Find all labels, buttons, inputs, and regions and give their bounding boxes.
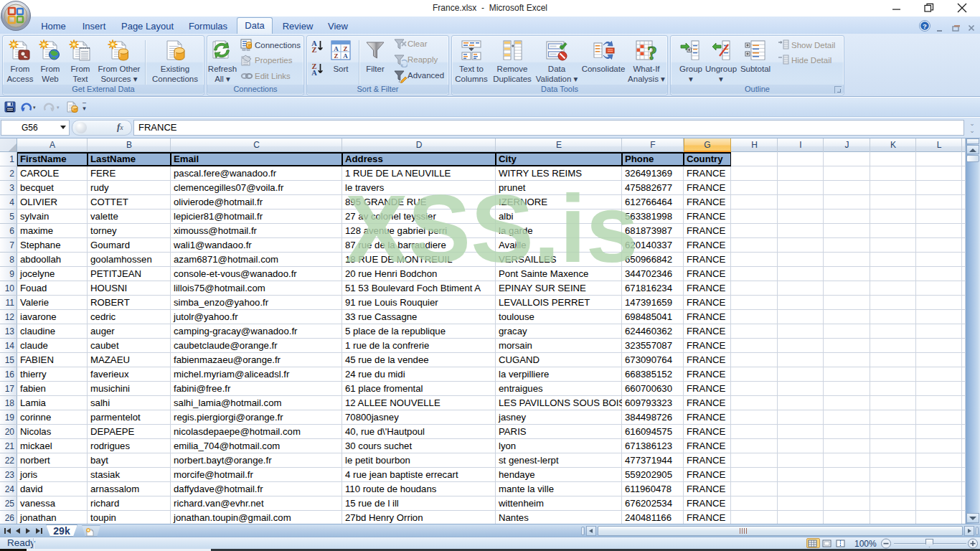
svg-text:A: A [343,52,348,60]
svg-text:Z: Z [311,46,316,53]
svg-text:Z: Z [343,45,347,52]
svg-text:?: ? [923,22,927,30]
svg-text:?: ? [647,42,657,62]
svg-text:Z: Z [334,52,338,60]
svg-text:A: A [334,45,339,52]
svg-text:A: A [311,69,317,76]
